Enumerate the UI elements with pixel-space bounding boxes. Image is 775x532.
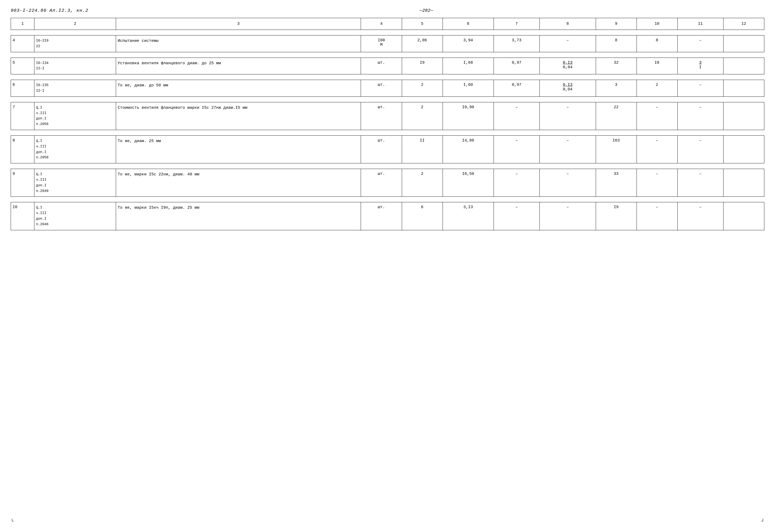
- row-col9: 22: [596, 102, 637, 130]
- row-col6: 3,I3: [443, 202, 493, 230]
- row-col11: –: [677, 35, 723, 52]
- row-col6: I,68: [443, 58, 493, 74]
- row-col10: I8: [637, 58, 677, 74]
- row-code: Ц.I ч.III доп.I п.2058: [34, 135, 116, 163]
- row-col8: –: [540, 102, 596, 130]
- row-col6: I6,50: [443, 169, 493, 197]
- row-col8: 0,I30,04: [540, 58, 596, 74]
- row-col11: –: [677, 135, 723, 163]
- row-col7: 0,97: [493, 58, 539, 74]
- row-col11: –: [677, 202, 723, 230]
- row-unit: шт.: [361, 102, 402, 130]
- row-col12: [723, 202, 764, 230]
- row-code: Ц.I ч.III доп.I п.2049: [34, 169, 116, 197]
- row-col7: –: [493, 135, 539, 163]
- row-number: I0: [11, 202, 34, 230]
- row-col7: –: [493, 102, 539, 130]
- row-col5: 2,06: [402, 35, 443, 52]
- row-col10: –: [637, 135, 677, 163]
- row-col9: 3: [596, 80, 637, 97]
- doc-page: —282—: [88, 8, 764, 13]
- row-code: I6–2I9 22: [34, 35, 116, 52]
- row-col8: –: [540, 135, 596, 163]
- row-col5: 6: [402, 202, 443, 230]
- row-col12: [723, 80, 764, 97]
- table-row: 7Ц.I ч.III доп.I п.2056Стоимость вентиля…: [11, 102, 764, 130]
- col-header-2: 2: [34, 18, 116, 30]
- row-col8: –: [540, 35, 596, 52]
- col-header-6: 6: [443, 18, 493, 30]
- col-header-1: 1: [11, 18, 34, 30]
- table-row: 9Ц.I ч.III доп.I п.2049То же, марки I5с …: [11, 169, 764, 197]
- row-col12: [723, 135, 764, 163]
- row-col10: –: [637, 102, 677, 130]
- row-unit: шт.: [361, 202, 402, 230]
- row-col11: –: [677, 102, 723, 130]
- row-description: То же, диам. 25 мм: [116, 135, 361, 163]
- table-row: 6I6–I35 I2–IТо же, диам. до 50 ммшт.2I,6…: [11, 80, 764, 97]
- row-col11: –: [677, 80, 723, 97]
- col-header-7: 7: [493, 18, 539, 30]
- row-col7: –: [493, 169, 539, 197]
- row-col12: [723, 35, 764, 52]
- row-code: I6–I35 I2–I: [34, 80, 116, 97]
- row-col5: I9: [402, 58, 443, 74]
- row-number: 4: [11, 35, 34, 52]
- row-description: То же, марки I5с 22нж, диам. 40 мм: [116, 169, 361, 197]
- row-unit: шт.: [361, 135, 402, 163]
- row-code: Ц.I ч.III доп.I п.2046: [34, 202, 116, 230]
- row-col8: –: [540, 202, 596, 230]
- col-header-4: 4: [361, 18, 402, 30]
- row-unit: шт.: [361, 169, 402, 197]
- row-col12: [723, 169, 764, 197]
- row-col5: 2: [402, 169, 443, 197]
- document-header: 903-I-224.86 Ал.I2.3, кн.2 —282—: [11, 8, 764, 13]
- row-col9: I63: [596, 135, 637, 163]
- row-col6: 3,94: [443, 35, 493, 52]
- row-col11: –: [677, 169, 723, 197]
- row-number: 8: [11, 135, 34, 163]
- row-col6: I4,80: [443, 135, 493, 163]
- row-col12: [723, 58, 764, 74]
- row-code: Ц.I ч.III доп.I п.2056: [34, 102, 116, 130]
- row-description: Испытание системы: [116, 35, 361, 52]
- table-row: I0Ц.I ч.III доп.I п.2046То же, марки I5к…: [11, 202, 764, 230]
- col-header-9: 9: [596, 18, 637, 30]
- corner-bottom-right: ┘: [761, 519, 764, 524]
- table-row: 5I6–I34 I2–IУстановка вентиля фланцевого…: [11, 58, 764, 74]
- row-description: Стоимость вентиля фланцевого марки I5с 2…: [116, 102, 361, 130]
- row-col9: 32: [596, 58, 637, 74]
- row-code: I6–I34 I2–I: [34, 58, 116, 74]
- row-number: 7: [11, 102, 34, 130]
- row-col9: 8: [596, 35, 637, 52]
- row-col8: –: [540, 169, 596, 197]
- table-row: 8Ц.I ч.III доп.I п.2058То же, диам. 25 м…: [11, 135, 764, 163]
- main-table: 1 2 3 4 5 6 7 8 9 10 11 12 4I6–2I9 22Исп…: [11, 18, 764, 236]
- row-col9: 33: [596, 169, 637, 197]
- row-col5: 2: [402, 102, 443, 130]
- col-header-12: 12: [723, 18, 764, 30]
- row-col10: 2: [637, 80, 677, 97]
- row-col11: 3I: [677, 58, 723, 74]
- row-col5: II: [402, 135, 443, 163]
- row-unit: шт.: [361, 80, 402, 97]
- row-col7: 3,73: [493, 35, 539, 52]
- table-row: 4I6–2I9 22Испытание системыI00 М2,063,94…: [11, 35, 764, 52]
- row-col7: –: [493, 202, 539, 230]
- row-col9: I9: [596, 202, 637, 230]
- row-col10: –: [637, 169, 677, 197]
- corner-bottom-left: └: [11, 519, 14, 524]
- col-header-8: 8: [540, 18, 596, 30]
- col-header-11: 11: [677, 18, 723, 30]
- row-col7: 0,97: [493, 80, 539, 97]
- row-col6: I0,90: [443, 102, 493, 130]
- row-description: То же, марки I5кч I9п, диам. 25 мм: [116, 202, 361, 230]
- row-description: Установка вентиля фланцевого диам. до 25…: [116, 58, 361, 74]
- col-header-5: 5: [402, 18, 443, 30]
- row-description: То же, диам. до 50 мм: [116, 80, 361, 97]
- row-col5: 2: [402, 80, 443, 97]
- doc-title: 903-I-224.86 Ал.I2.3, кн.2: [11, 8, 88, 13]
- row-col10: –: [637, 202, 677, 230]
- row-number: 5: [11, 58, 34, 74]
- row-col8: 0,I30,04: [540, 80, 596, 97]
